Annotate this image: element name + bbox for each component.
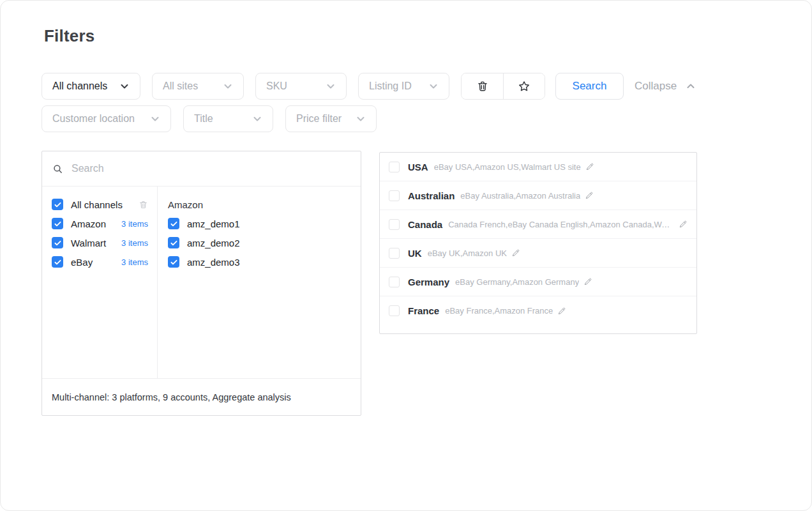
chevron-down-icon <box>356 114 366 124</box>
chevron-down-icon <box>252 114 262 124</box>
edit-pencil-icon[interactable] <box>585 191 594 200</box>
checkbox-unchecked[interactable] <box>389 190 400 201</box>
location-row-france[interactable]: France eBay France,Amazon France <box>380 296 696 325</box>
location-panel: USA eBay USA,Amazon US,Walmart US site A… <box>379 152 697 334</box>
location-row-australian[interactable]: Australian eBay Australia,Amazon Austral… <box>380 181 696 210</box>
channel-list: All channels Amazon <box>42 187 158 378</box>
checkbox-unchecked[interactable] <box>389 305 400 316</box>
chevron-down-icon <box>223 81 233 91</box>
edit-pencil-icon[interactable] <box>585 162 594 171</box>
dropdown-all-sites-label: All sites <box>163 80 198 92</box>
chevron-up-icon <box>681 81 696 91</box>
account-label: amz_demo2 <box>187 238 240 248</box>
channel-label: Amazon <box>71 218 106 229</box>
dropdown-all-sites[interactable]: All sites <box>152 73 244 100</box>
location-sites: eBay Australia,Amazon Australia <box>460 191 580 201</box>
app-card: Filters All channels All sites SKU Listi… <box>0 0 812 511</box>
edit-pencil-icon[interactable] <box>679 220 688 229</box>
channel-row-walmart[interactable]: Walmart 3 items <box>42 233 157 252</box>
location-sites: Canada French,eBay Canada English,Amazon… <box>448 220 674 229</box>
channel-row-amazon[interactable]: Amazon 3 items <box>42 214 157 233</box>
checkbox-checked[interactable] <box>52 256 63 268</box>
account-list: Amazon amz_demo1 amz_demo2 <box>158 187 361 378</box>
trash-button[interactable] <box>462 73 503 99</box>
location-sites: eBay Germany,Amazon Germany <box>455 277 579 287</box>
dropdown-all-channels-label: All channels <box>52 80 107 92</box>
location-sites: eBay USA,Amazon US,Walmart US site <box>434 162 581 172</box>
checkbox-checked[interactable] <box>52 218 63 229</box>
dropdown-title[interactable]: Title <box>183 105 273 132</box>
chevron-down-icon <box>150 114 160 124</box>
chevron-down-icon <box>119 81 130 91</box>
filter-row-2: Customer location Title Price filter <box>41 105 377 132</box>
page-title: Filters <box>44 26 94 46</box>
account-row[interactable]: amz_demo1 <box>158 214 361 233</box>
checkbox-checked[interactable] <box>168 218 179 229</box>
star-icon <box>518 80 530 93</box>
location-name: Germany <box>408 277 449 287</box>
checkbox-checked[interactable] <box>168 237 179 248</box>
location-row-uk[interactable]: UK eBay UK,Amazon UK <box>380 239 696 268</box>
location-name: France <box>408 305 439 316</box>
location-sites: eBay France,Amazon France <box>445 306 553 316</box>
checkbox-unchecked[interactable] <box>389 219 400 230</box>
dropdown-listing-id[interactable]: Listing ID <box>358 73 449 100</box>
checkbox-unchecked[interactable] <box>389 277 400 287</box>
channel-selector-panel: All channels Amazon <box>41 151 361 416</box>
location-name: USA <box>408 162 428 172</box>
search-button[interactable]: Search <box>555 73 624 100</box>
location-row-germany[interactable]: Germany eBay Germany,Amazon Germany <box>380 268 696 296</box>
checkbox-checked[interactable] <box>168 256 179 268</box>
location-row-canada[interactable]: Canada Canada French,eBay Canada English… <box>380 210 696 239</box>
collapse-label: Collapse <box>635 80 677 93</box>
dropdown-title-label: Title <box>194 113 213 125</box>
channel-items-count[interactable]: 3 items <box>121 257 148 267</box>
channel-label: All channels <box>71 199 123 210</box>
location-name: Australian <box>408 190 455 201</box>
dropdown-price-filter-label: Price filter <box>296 113 342 125</box>
channel-items-count[interactable]: 3 items <box>121 238 148 248</box>
channel-row-all[interactable]: All channels <box>42 195 157 214</box>
filter-icon-group <box>461 73 545 100</box>
checkbox-unchecked[interactable] <box>389 162 400 172</box>
account-row[interactable]: amz_demo2 <box>158 233 361 252</box>
edit-pencil-icon[interactable] <box>583 277 592 286</box>
search-button-label: Search <box>573 80 607 93</box>
chevron-down-icon <box>326 81 336 91</box>
account-label: amz_demo3 <box>187 257 240 268</box>
dropdown-customer-location-label: Customer location <box>52 113 135 125</box>
checkbox-checked[interactable] <box>52 237 63 248</box>
channel-row-ebay[interactable]: eBay 3 items <box>42 252 157 271</box>
location-name: UK <box>408 248 422 259</box>
collapse-toggle[interactable]: Collapse <box>635 80 696 93</box>
checkbox-checked[interactable] <box>52 199 63 210</box>
filter-row-1: All channels All sites SKU Listing ID <box>41 73 696 100</box>
location-row-usa[interactable]: USA eBay USA,Amazon US,Walmart US site <box>380 153 696 181</box>
search-icon <box>52 164 63 174</box>
checkbox-unchecked[interactable] <box>389 248 400 259</box>
panel-body: All channels Amazon <box>42 187 361 378</box>
account-row[interactable]: amz_demo3 <box>158 252 361 271</box>
account-list-header: Amazon <box>158 195 361 214</box>
search-input[interactable] <box>71 163 350 174</box>
dropdown-all-channels[interactable]: All channels <box>41 73 140 100</box>
edit-pencil-icon[interactable] <box>557 307 566 316</box>
location-sites: eBay UK,Amazon UK <box>428 248 507 258</box>
dropdown-sku[interactable]: SKU <box>255 73 347 100</box>
dropdown-sku-label: SKU <box>266 80 287 92</box>
dropdown-price-filter[interactable]: Price filter <box>285 105 377 132</box>
panel-search-row <box>42 151 361 187</box>
panel-summary: Multi-channel: 3 platforms, 9 accounts, … <box>42 378 361 415</box>
dropdown-listing-id-label: Listing ID <box>369 80 412 92</box>
trash-icon[interactable] <box>139 200 148 210</box>
account-label: amz_demo1 <box>187 218 240 229</box>
channel-label: eBay <box>71 257 93 268</box>
dropdown-customer-location[interactable]: Customer location <box>41 105 171 132</box>
chevron-down-icon <box>428 81 439 91</box>
edit-pencil-icon[interactable] <box>511 248 520 257</box>
trash-icon <box>476 80 489 93</box>
location-name: Canada <box>408 219 442 230</box>
star-button[interactable] <box>503 73 545 99</box>
channel-items-count[interactable]: 3 items <box>121 219 148 229</box>
channel-label: Walmart <box>71 238 106 248</box>
